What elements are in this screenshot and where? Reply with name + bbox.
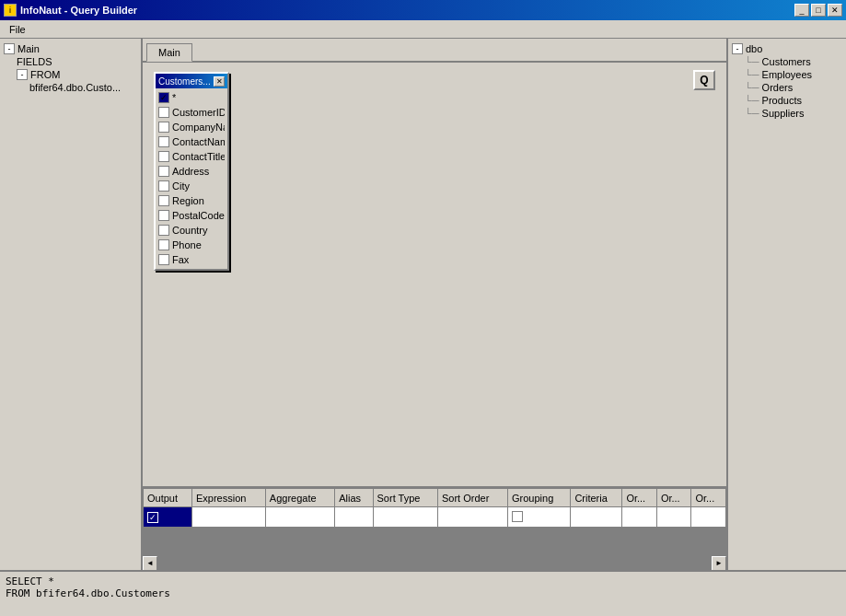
field-label-star: * [172,92,176,103]
grid-empty-area [143,528,726,555]
col-sorttype: Sort Type [373,489,437,507]
tree-item-customers[interactable]: └─ Customers [732,55,842,68]
tree-item-orders[interactable]: └─ Orders [732,81,842,94]
sql-line1: SELECT * [6,575,840,587]
field-row-contactname[interactable]: ContactNam... [156,134,227,149]
tree-line-products: └─ [745,95,759,106]
grid-cell-or2[interactable] [656,507,691,528]
field-checkbox-country[interactable] [158,225,169,236]
field-label-companyname: CompanyNar... [172,122,225,133]
col-sortorder: Sort Order [437,489,507,507]
output-checkbox[interactable]: ✓ [147,512,158,523]
field-row-contacttitle[interactable]: ContactTitle [156,149,227,164]
right-panel: - dbo └─ Customers └─ Employees └─ Order… [726,39,846,570]
tree-label-suppliers: Suppliers [762,108,805,119]
field-checkbox-city[interactable] [158,180,169,192]
field-checkbox-postalcode[interactable] [158,210,169,221]
query-area: Q Customers... ✕ ✓ * CustomerID [143,63,726,486]
grid-cell-aggregate[interactable] [265,507,334,528]
tree-label-employees: Employees [762,69,812,80]
tree-label-customers: Customers [762,56,811,67]
field-row-region[interactable]: Region [156,193,227,208]
field-checkbox-customerid[interactable] [158,107,169,118]
tree-item-suppliers[interactable]: └─ Suppliers [732,107,842,120]
field-row-country[interactable]: Country [156,223,227,238]
field-label-customerid: CustomerID [172,107,225,118]
expand-dbo[interactable]: - [732,43,743,54]
menu-file[interactable]: File [4,22,31,37]
grid-cell-or1[interactable] [622,507,657,528]
field-label-country: Country [172,225,208,236]
field-row-phone[interactable]: Phone [156,238,227,252]
scroll-right-button[interactable]: ► [712,556,726,571]
col-or1: Or... [622,489,657,507]
scroll-left-button[interactable]: ◄ [143,556,157,571]
field-row-city[interactable]: City [156,179,227,193]
field-label-postalcode: PostalCode [172,210,225,221]
tree-item-employees[interactable]: └─ Employees [732,68,842,81]
menu-bar: File [0,20,846,39]
grid-cell-output[interactable]: ✓ [144,507,192,528]
grid-table: Output Expression Aggregate Alias Sort T… [143,488,726,528]
field-row-fax[interactable]: Fax [156,252,227,267]
app-title: InfoNaut - Query Builder [20,5,137,16]
col-alias: Alias [335,489,373,507]
center-panel: Main Q Customers... ✕ ✓ * [143,39,726,570]
tree-item-fields[interactable]: FIELDS [4,55,137,68]
left-panel: - Main FIELDS - FROM bfifer64.dbo.Custo.… [0,39,143,570]
minimize-button[interactable]: _ [794,4,809,17]
grouping-checkbox[interactable] [512,511,523,522]
scroll-area: ◄ ► [143,555,726,570]
expand-from[interactable]: - [17,69,28,80]
tree-item-table[interactable]: bfifer64.dbo.Custo... [4,81,137,94]
maximize-button[interactable]: □ [811,4,826,17]
tab-main[interactable]: Main [146,43,192,62]
field-checkbox-address[interactable] [158,166,169,177]
grid-cell-sorttype[interactable] [373,507,437,528]
tree-item-products[interactable]: └─ Products [732,94,842,107]
tree-label-fields: FIELDS [17,56,52,67]
tree-line-customers: └─ [745,56,759,67]
grid-cell-expression[interactable] [191,507,265,528]
field-checkbox-companyname[interactable] [158,122,169,133]
field-checkbox-fax[interactable] [158,254,169,265]
tree-item-main[interactable]: - Main [4,42,137,55]
col-criteria: Criteria [571,489,622,507]
field-row-postalcode[interactable]: PostalCode [156,208,227,223]
field-checkbox-phone[interactable] [158,239,169,250]
grid-area: Output Expression Aggregate Alias Sort T… [143,486,726,555]
q-button[interactable]: Q [693,70,715,90]
tree-item-dbo[interactable]: - dbo [732,42,842,55]
field-label-region: Region [172,195,204,206]
field-row-address[interactable]: Address [156,164,227,179]
close-button[interactable]: ✕ [828,4,842,17]
popup-body: ✓ * CustomerID CompanyNar... ContactNam.… [156,88,227,269]
field-label-phone: Phone [172,239,202,250]
tree-item-from[interactable]: - FROM [4,68,137,81]
table-popup-customers: Customers... ✕ ✓ * CustomerID Co [154,72,229,271]
field-checkbox-star[interactable]: ✓ [158,92,169,103]
field-checkbox-region[interactable] [158,195,169,206]
field-row-customerid[interactable]: CustomerID [156,105,227,120]
tree-label-from: FROM [30,69,60,80]
tree-line-suppliers: └─ [745,108,759,119]
grid-cell-sortorder[interactable] [437,507,507,528]
grid-cell-grouping[interactable] [508,507,571,528]
grid-cell-alias[interactable] [335,507,373,528]
tree-label-products: Products [762,95,802,106]
app-icon: i [4,4,17,17]
field-label-contactname: ContactNam... [172,136,225,147]
grid-cell-or3[interactable] [691,507,726,528]
field-checkbox-contactname[interactable] [158,136,169,147]
field-row-companyname[interactable]: CompanyNar... [156,120,227,134]
app-body: - Main FIELDS - FROM bfifer64.dbo.Custo.… [0,39,846,570]
field-row-star[interactable]: ✓ * [156,90,227,105]
grid-cell-criteria[interactable] [571,507,622,528]
expand-main[interactable]: - [4,43,15,54]
field-label-contacttitle: ContactTitle [172,151,225,162]
tree-line-orders: └─ [745,82,759,93]
popup-close-button[interactable]: ✕ [214,76,225,87]
field-checkbox-contacttitle[interactable] [158,151,169,162]
col-or2: Or... [656,489,691,507]
scroll-track[interactable] [157,556,712,571]
